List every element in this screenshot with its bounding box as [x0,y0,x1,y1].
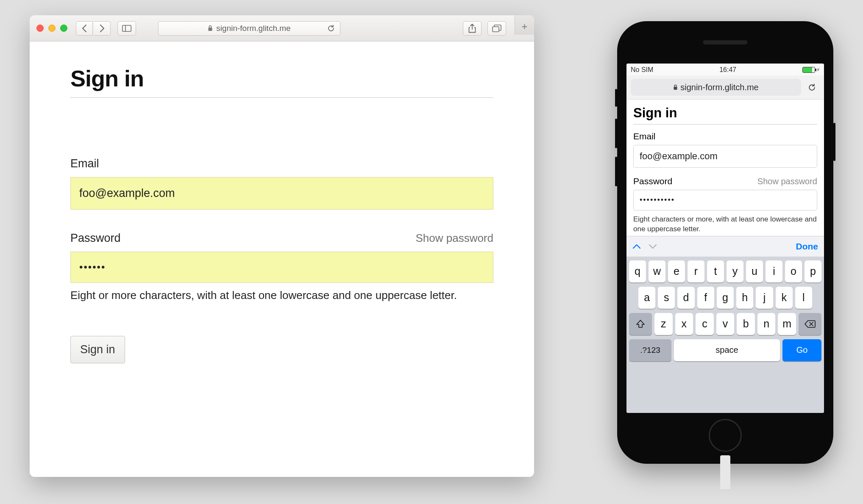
page-title: Sign in [70,65,493,98]
lightning-cable [720,455,730,489]
key-t[interactable]: t [707,260,724,282]
keyboard-row-2: asdfghjkl [629,287,821,309]
numeric-key[interactable]: .?123 [629,339,671,361]
key-h[interactable]: h [736,287,753,309]
password-hint: Eight characters or more, with at least … [633,215,817,234]
window-controls [36,25,67,32]
key-l[interactable]: l [795,287,812,309]
svg-rect-0 [122,25,131,31]
volume-up-button [615,119,617,148]
lock-icon [208,25,213,31]
charging-icon: ⚡︎ [816,67,820,73]
key-c[interactable]: c [696,313,714,335]
keyboard-done-button[interactable]: Done [796,241,818,252]
ios-address-bar: signin-form.glitch.me [626,75,824,100]
key-x[interactable]: x [675,313,693,335]
password-input[interactable] [70,252,493,283]
key-a[interactable]: a [638,287,655,309]
forward-button[interactable] [94,21,111,36]
reload-button[interactable] [328,25,335,32]
mute-switch [615,89,617,107]
chevron-left-icon [82,25,87,32]
key-p[interactable]: p [805,260,821,282]
sign-in-button[interactable]: Sign in [70,336,125,363]
page-content: Sign in Email Password Show password Eig… [30,42,534,477]
battery-icon [802,67,815,73]
svg-rect-4 [674,87,677,90]
svg-rect-2 [209,28,212,31]
keyboard-row-4: .?123 space Go [629,339,821,361]
next-field-button[interactable] [649,244,657,249]
tabs-icon [492,25,501,32]
show-password-toggle[interactable]: Show password [757,177,817,186]
backspace-key[interactable] [799,313,821,335]
show-password-toggle[interactable]: Show password [415,232,493,245]
key-b[interactable]: b [737,313,755,335]
ios-keyboard: qwertyuiop asdfghjkl zxcvbnm .?123 space… [626,257,824,413]
sidebar-icon [122,25,131,32]
chevron-up-icon [632,244,641,249]
chevron-down-icon [649,244,657,249]
battery-indicator: ⚡︎ [802,67,820,73]
key-u[interactable]: u [746,260,763,282]
go-key[interactable]: Go [782,339,821,361]
share-button[interactable] [463,21,482,36]
ios-page-content: Sign in Email Password Show password Eig… [626,100,824,236]
key-j[interactable]: j [756,287,773,309]
page-title: Sign in [633,105,817,125]
password-label-row: Password Show password [70,232,493,245]
key-m[interactable]: m [778,313,796,335]
password-input[interactable] [633,190,817,210]
keyboard-row-3: zxcvbnm [629,313,821,335]
svg-rect-3 [493,27,499,32]
key-n[interactable]: n [757,313,776,335]
new-tab-button[interactable]: + [515,15,534,35]
space-key[interactable]: space [674,339,780,361]
minimize-window-button[interactable] [48,25,56,32]
form-nav-arrows [632,244,657,249]
key-z[interactable]: z [654,313,673,335]
ios-url-field[interactable]: signin-form.glitch.me [631,79,801,96]
ios-reload-button[interactable] [805,80,820,95]
key-e[interactable]: e [668,260,685,282]
key-s[interactable]: s [658,287,675,309]
key-y[interactable]: y [727,260,743,282]
keyboard-row-1: qwertyuiop [629,260,821,282]
key-f[interactable]: f [697,287,714,309]
ios-status-bar: No SIM 16:47 ⚡︎ [626,64,824,75]
key-q[interactable]: q [629,260,646,282]
toolbar-right-group [463,21,506,36]
back-button[interactable] [76,21,93,36]
email-input[interactable] [633,145,817,168]
close-window-button[interactable] [36,25,44,32]
key-k[interactable]: k [776,287,793,309]
key-d[interactable]: d [677,287,694,309]
url-text: signin-form.glitch.me [216,24,290,33]
chevron-right-icon [100,25,105,32]
shift-key[interactable] [629,313,652,335]
fullscreen-window-button[interactable] [60,25,67,32]
sidebar-toggle-button[interactable] [117,21,136,36]
keyboard-accessory-bar: Done [626,236,824,257]
safari-toolbar: signin-form.glitch.me + [30,15,534,42]
password-label: Password [633,176,672,186]
address-bar[interactable]: signin-form.glitch.me [158,21,340,36]
ios-url-text: signin-form.glitch.me [680,83,759,92]
key-v[interactable]: v [716,313,735,335]
key-g[interactable]: g [717,287,734,309]
lock-icon [673,84,678,90]
safari-window: signin-form.glitch.me + Sign in Email Pa… [30,15,534,477]
key-r[interactable]: r [688,260,704,282]
key-o[interactable]: o [785,260,802,282]
tabs-button[interactable] [487,21,506,36]
email-input[interactable] [70,177,493,210]
key-i[interactable]: i [766,260,782,282]
plus-icon: + [521,21,527,33]
prev-field-button[interactable] [632,244,641,249]
email-label: Email [633,131,817,141]
key-w[interactable]: w [649,260,665,282]
carrier-label: No SIM [631,66,653,74]
backspace-icon [805,320,816,328]
iphone-screen: No SIM 16:47 ⚡︎ signin-form.glitch.me Si… [626,64,824,413]
password-label-row: Password Show password [633,176,817,186]
